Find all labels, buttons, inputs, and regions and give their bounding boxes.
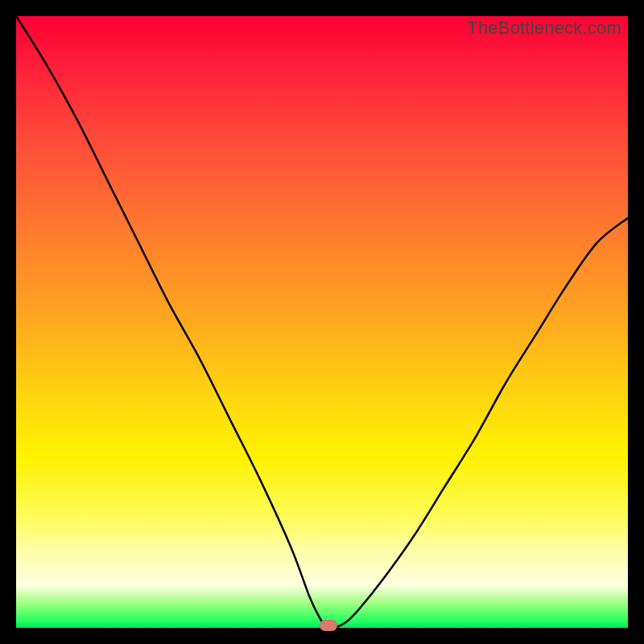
plot-area: TheBottleneck.com — [16, 16, 628, 628]
optimum-marker — [320, 620, 337, 631]
chart-frame: TheBottleneck.com — [0, 0, 644, 644]
bottleneck-curve — [16, 16, 628, 628]
